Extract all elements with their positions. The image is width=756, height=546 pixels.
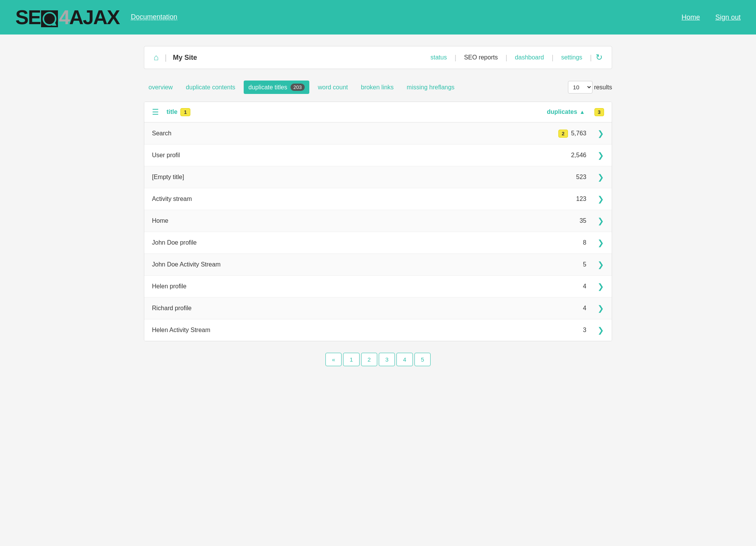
site-nav: status | SEO reports | dashboard | setti… <box>423 53 602 62</box>
tab-duplicate-titles[interactable]: duplicate titles 203 <box>244 81 309 94</box>
row-title: John Doe Activity Stream <box>152 261 539 268</box>
table-row: Richard profile 4 ❯ <box>144 298 612 319</box>
page-2[interactable]: 2 <box>361 353 377 366</box>
col-title-header: title 1 <box>167 108 531 116</box>
count-value: 5 <box>583 261 586 268</box>
count-value: 3 <box>583 327 586 334</box>
row-count: 4 <box>539 305 593 312</box>
row-title: User profil <box>152 152 539 159</box>
table-row: John Doe profile 8 ❯ <box>144 232 612 254</box>
action-annotation-badge: 3 <box>594 108 604 116</box>
row-count: 35 <box>539 217 593 224</box>
table-row: [Empty title] 523 ❯ <box>144 166 612 188</box>
site-name: My Site <box>173 54 423 62</box>
count-value: 4 <box>583 283 586 290</box>
row-count: 8 <box>539 239 593 246</box>
nav-dashboard[interactable]: dashboard <box>507 54 552 61</box>
results-select[interactable]: 10 25 50 100 <box>568 81 593 94</box>
col-action-header: 3 <box>585 108 604 116</box>
logo-se: SE <box>15 6 40 28</box>
title-col-label: title <box>167 109 177 115</box>
nav-settings[interactable]: settings <box>553 54 590 61</box>
table-row: Search 2 5,763 ❯ <box>144 123 612 145</box>
count-value: 35 <box>579 217 586 224</box>
logo-ajax: AJAX <box>69 6 119 28</box>
page-5[interactable]: 5 <box>414 353 431 366</box>
row-title: John Doe profile <box>152 239 539 246</box>
row-arrow[interactable]: ❯ <box>593 260 604 269</box>
page-prev[interactable]: « <box>325 353 342 366</box>
tab-word-count[interactable]: word count <box>313 81 352 94</box>
tab-missing-hreflangs[interactable]: missing hreflangs <box>402 81 459 94</box>
count-value: 4 <box>583 305 586 312</box>
row-arrow[interactable]: ❯ <box>593 282 604 291</box>
row-title: Helen Activity Stream <box>152 327 539 334</box>
tab-duplicate-titles-badge: 203 <box>291 84 305 91</box>
table-row: User profil 2,546 ❯ <box>144 145 612 166</box>
logo: SE4AJAX Documentation <box>15 7 177 27</box>
table-row: Helen Activity Stream 3 ❯ <box>144 319 612 341</box>
table-row: Helen profile 4 ❯ <box>144 276 612 298</box>
row-arrow[interactable]: ❯ <box>593 173 604 182</box>
row-title: Richard profile <box>152 305 539 312</box>
count-value: 2,546 <box>571 152 586 159</box>
row-arrow-search[interactable]: ❯ <box>593 129 604 138</box>
logo-4: 4 <box>59 6 69 28</box>
main-content: ⌂ | My Site status | SEO reports | dashb… <box>129 35 627 378</box>
documentation-link[interactable]: Documentation <box>131 13 177 21</box>
sort-icon: ▲ <box>579 109 585 115</box>
row-arrow[interactable]: ❯ <box>593 194 604 204</box>
logo-icon <box>41 10 58 27</box>
row-arrow[interactable]: ❯ <box>593 238 604 247</box>
row-count: 3 <box>539 327 593 334</box>
row-count: 523 <box>539 174 593 181</box>
tab-bar: overview duplicate contents duplicate ti… <box>144 81 612 94</box>
results-label: results <box>594 84 612 91</box>
col-duplicates-header[interactable]: duplicates ▲ <box>531 109 585 115</box>
count-value: 5,763 <box>571 130 586 137</box>
row-title: Home <box>152 217 539 224</box>
site-bar: ⌂ | My Site status | SEO reports | dashb… <box>144 46 612 69</box>
row-count: 4 <box>539 283 593 290</box>
tab-duplicate-titles-label: duplicate titles <box>248 84 287 91</box>
row-title-search: Search <box>152 130 539 137</box>
page-1[interactable]: 1 <box>343 353 359 366</box>
page-3[interactable]: 3 <box>379 353 395 366</box>
count-value: 8 <box>583 239 586 246</box>
title-annotation-badge: 1 <box>180 108 190 116</box>
row-title: Activity stream <box>152 196 539 202</box>
row-arrow[interactable]: ❯ <box>593 304 604 313</box>
table-row: Home 35 ❯ <box>144 210 612 232</box>
home-link[interactable]: Home <box>682 13 700 21</box>
table-header: ☰ title 1 duplicates ▲ 3 <box>144 102 612 123</box>
count-value: 523 <box>576 174 586 181</box>
row-title: Helen profile <box>152 283 539 290</box>
nav-status[interactable]: status <box>423 54 455 61</box>
header: SE4AJAX Documentation Home Sign out <box>0 0 756 35</box>
row-title: [Empty title] <box>152 174 539 181</box>
hamburger-icon[interactable]: ☰ <box>152 107 159 117</box>
table-row: Activity stream 123 ❯ <box>144 188 612 210</box>
row-arrow[interactable]: ❯ <box>593 326 604 335</box>
row-arrow[interactable]: ❯ <box>593 216 604 225</box>
data-table: ☰ title 1 duplicates ▲ 3 Search 2 5,763 … <box>144 102 612 341</box>
duplicates-col-label: duplicates <box>547 109 577 115</box>
tab-duplicate-contents[interactable]: duplicate contents <box>181 81 240 94</box>
page-4[interactable]: 4 <box>396 353 413 366</box>
row-count: 2,546 <box>539 152 593 159</box>
nav-seo-reports[interactable]: SEO reports <box>456 54 505 61</box>
count-value: 123 <box>576 196 586 202</box>
row-count: 5 <box>539 261 593 268</box>
tab-overview[interactable]: overview <box>144 81 177 94</box>
tab-broken-links[interactable]: broken links <box>356 81 398 94</box>
signout-link[interactable]: Sign out <box>715 13 741 21</box>
logo-text: SE4AJAX <box>15 7 119 27</box>
home-icon[interactable]: ⌂ <box>154 53 158 62</box>
nav-sep-4: | <box>590 54 592 62</box>
row-arrow[interactable]: ❯ <box>593 151 604 160</box>
refresh-icon[interactable]: ↻ <box>596 53 602 62</box>
row-count-search: 2 5,763 <box>539 130 593 138</box>
header-nav: Home Sign out <box>682 13 741 21</box>
count-annotation-badge: 2 <box>558 130 568 138</box>
table-row: John Doe Activity Stream 5 ❯ <box>144 254 612 276</box>
